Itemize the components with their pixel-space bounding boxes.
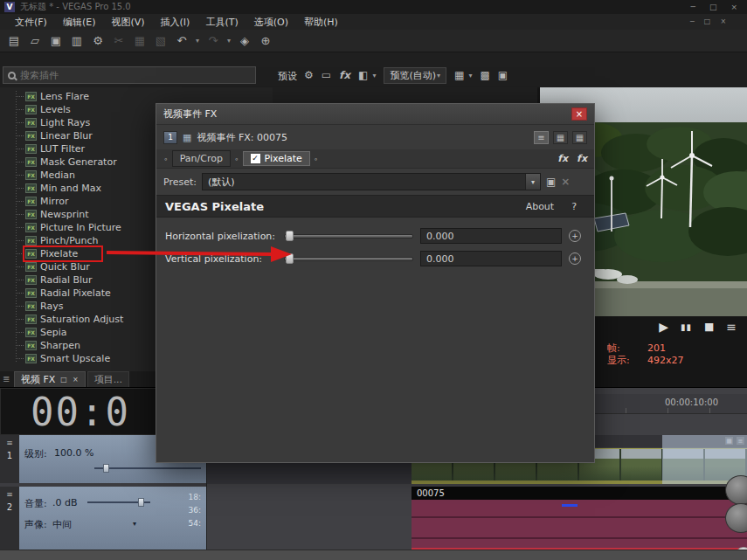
maximize-button[interactable]: □: [709, 3, 717, 11]
tab-pan-crop[interactable]: Pan/Crop: [172, 150, 231, 167]
fx-plugin-icon: FX: [25, 354, 37, 363]
parameter-slider[interactable]: [284, 252, 413, 265]
waveform-line: [412, 537, 747, 539]
preview-quality-dropdown[interactable]: 预览(自动) ▾: [384, 67, 446, 84]
doc-minimize-button[interactable]: ─: [690, 17, 695, 25]
level-slider-handle[interactable]: [103, 464, 109, 473]
grid-overlay-icon[interactable]: ▦: [454, 69, 464, 81]
stop-button[interactable]: ■: [704, 321, 714, 333]
fx-plugin-icon: FX: [25, 157, 37, 167]
fx-plugin-icon: FX: [25, 341, 37, 350]
menu-item[interactable]: 插入(I): [153, 16, 198, 29]
audio-event-clip[interactable]: 00075: [412, 487, 747, 550]
search-icon: [8, 72, 16, 80]
track-menu-icon[interactable]: ≡: [6, 490, 13, 499]
preset-caret-icon[interactable]: ▾: [525, 174, 540, 190]
volume-slider[interactable]: [87, 498, 150, 507]
dialog-close-button[interactable]: ×: [571, 107, 587, 121]
redo-caret-icon[interactable]: ▾: [225, 32, 233, 50]
properties-gear-icon[interactable]: ⚙: [88, 32, 107, 50]
redo-icon[interactable]: ↷: [204, 32, 223, 50]
dialog-title: 视频事件 FX: [163, 107, 217, 121]
render-icon[interactable]: ▥: [67, 32, 86, 50]
panel-header-row: 预设 ▲ ▲ ⚙ ▭ fx ◧ ▾ 预览(自动) ▾ ▦ ▾ ▩ ▣: [0, 52, 747, 87]
video-output-fx-icon[interactable]: fx: [339, 69, 350, 81]
save-icon[interactable]: ▣: [46, 32, 66, 50]
preview-menu-icon[interactable]: ≡: [726, 320, 737, 334]
fx-plugin-icon: FX: [25, 131, 37, 141]
preset-dropdown[interactable]: (默认) ▾: [202, 173, 541, 190]
remove-fx-icon[interactable]: fx: [577, 153, 587, 164]
help-link[interactable]: ?: [571, 201, 577, 212]
volume-value: .0 dB: [52, 497, 78, 508]
tab-video-fx[interactable]: 视频 FX □ ×: [14, 371, 86, 387]
event-number-icon: 1: [163, 131, 177, 144]
external-monitor-icon[interactable]: ▭: [322, 69, 331, 81]
pan-caret-icon[interactable]: ▾: [133, 520, 136, 528]
parameter-slider[interactable]: [284, 230, 413, 242]
pan-label: 声像:: [24, 518, 47, 531]
view-list-icon[interactable]: ≡: [534, 131, 549, 144]
pause-button[interactable]: ▮▮: [681, 322, 692, 332]
slider-groove: [284, 234, 413, 239]
animate-icon[interactable]: +: [569, 252, 581, 265]
save-snapshot-icon[interactable]: ▣: [498, 69, 508, 81]
track-number-column[interactable]: ≡ 1: [0, 435, 19, 483]
copy-icon[interactable]: ▦: [130, 32, 149, 50]
cut-icon[interactable]: ✂: [109, 32, 128, 50]
video-event-fx-dialog: 视频事件 FX × 1 ▦ 视频事件 FX: 00075 ≡ ▦ ▦ ∘ Pan…: [156, 103, 595, 463]
plugin-search-box[interactable]: [3, 66, 256, 84]
new-project-icon[interactable]: ▤: [4, 32, 24, 50]
add-fx-icon[interactable]: fx: [557, 153, 568, 164]
open-icon[interactable]: ▱: [25, 32, 45, 50]
volume-slider-handle[interactable]: [138, 498, 144, 507]
plugin-item[interactable]: FX Lens Flare: [0, 90, 257, 103]
app-icon: V: [4, 2, 15, 12]
parameter-value-input[interactable]: 0.000: [420, 251, 562, 266]
menu-item[interactable]: 文件(F): [7, 16, 55, 29]
undo-caret-icon[interactable]: ▾: [193, 32, 202, 50]
animate-icon[interactable]: +: [569, 230, 581, 242]
menu-item[interactable]: 帮助(H): [296, 16, 346, 29]
tab-float-icon[interactable]: □: [60, 376, 67, 384]
grid-caret-icon[interactable]: ▾: [468, 72, 472, 80]
track-menu-icon[interactable]: ≡: [6, 439, 13, 447]
tab-close-icon[interactable]: ×: [73, 376, 79, 384]
view-grid-icon[interactable]: ▦: [553, 131, 568, 144]
interleave-icon[interactable]: ⊕: [256, 32, 275, 50]
dialog-titlebar[interactable]: 视频事件 FX ×: [156, 104, 594, 125]
menu-item[interactable]: 编辑(E): [55, 16, 104, 29]
split-caret-icon[interactable]: ▾: [372, 72, 376, 80]
pixelate-checkbox[interactable]: ✓: [251, 154, 260, 163]
dock-handle-icon[interactable]: ≣: [3, 374, 10, 384]
view-grid-icon[interactable]: ▦: [572, 131, 587, 144]
about-link[interactable]: About: [526, 201, 555, 212]
split-screen-icon[interactable]: ◧: [358, 69, 368, 81]
save-preset-icon[interactable]: ▣: [546, 176, 556, 188]
vegas-pro-window: V 无标题 * - VEGAS Pro 15.0 ─ □ × 文件(F)编辑(E…: [0, 0, 747, 560]
undo-icon[interactable]: ↶: [172, 32, 191, 50]
tab-pixelate[interactable]: ✓ Pixelate: [243, 151, 310, 166]
copy-snapshot-icon[interactable]: ▩: [480, 69, 489, 81]
snap-icon[interactable]: ◈: [235, 32, 254, 50]
menu-item[interactable]: 视图(V): [103, 16, 152, 29]
close-button[interactable]: ×: [730, 3, 737, 11]
delete-preset-icon[interactable]: ×: [561, 176, 570, 188]
level-slider[interactable]: [94, 464, 201, 473]
parameter-value-input[interactable]: 0.000: [420, 228, 562, 244]
menu-item[interactable]: 选项(O): [246, 16, 296, 29]
track-number-column[interactable]: ≡ 2: [0, 487, 19, 550]
play-button[interactable]: ▶: [659, 320, 668, 334]
meter-mark: 18:: [183, 493, 201, 506]
menu-item[interactable]: 工具(T): [197, 16, 246, 29]
audio-track-controls[interactable]: 音量: .0 dB 声像: 中间 ▾ 18:36:54:: [19, 487, 206, 550]
tab-project-media[interactable]: 项目...: [87, 371, 130, 387]
doc-close-button[interactable]: ×: [720, 17, 726, 25]
minimize-button[interactable]: ─: [691, 3, 695, 11]
doc-maximize-button[interactable]: □: [704, 17, 711, 25]
level-label: 级别:: [24, 447, 47, 460]
search-input[interactable]: [20, 70, 230, 81]
preview-gear-icon[interactable]: ⚙: [304, 69, 314, 81]
slider-handle[interactable]: [286, 231, 294, 241]
paste-icon[interactable]: ▧: [151, 32, 170, 50]
